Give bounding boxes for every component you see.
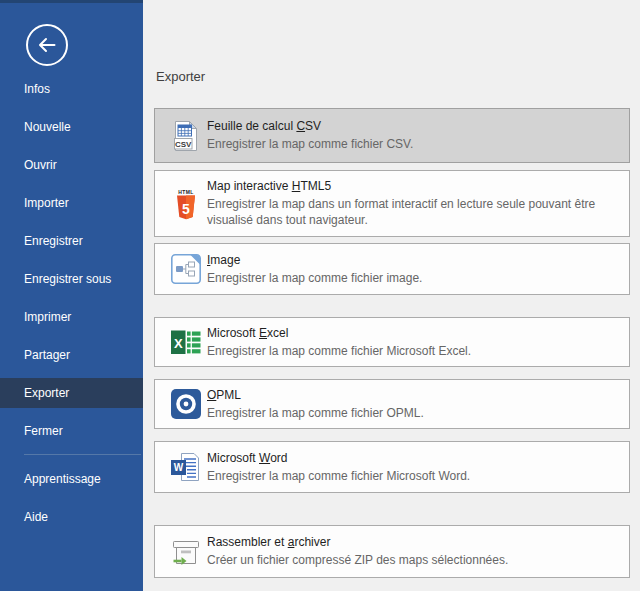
csv-spreadsheet-icon: CSV [170, 120, 204, 152]
sidebar-item-ouvrir[interactable]: Ouvrir [0, 150, 143, 180]
svg-text:CSV: CSV [175, 139, 192, 148]
sidebar-item-apprentissage[interactable]: Apprentissage [0, 464, 143, 494]
svg-text:W: W [174, 462, 184, 473]
html5-icon: HTML 5 [170, 188, 204, 220]
option-text: Map interactive HTML5 Enregistrer la map… [207, 179, 617, 228]
option-description: Enregistrer la map comme fichier image. [207, 270, 422, 286]
option-title: Microsoft Word [207, 451, 470, 466]
option-description: Enregistrer la map comme fichier Microso… [207, 343, 471, 359]
option-text: Microsoft Excel Enregistrer la map comme… [207, 326, 471, 359]
option-text: Rassembler et archiver Créer un fichier … [207, 535, 508, 568]
export-option-archive[interactable]: Rassembler et archiver Créer un fichier … [154, 525, 630, 578]
sidebar-item-exporter[interactable]: Exporter [0, 378, 143, 408]
export-option-excel[interactable]: X Microsoft Excel Enregistrer la map com… [154, 317, 630, 367]
sidebar-item-enregistrer-sous[interactable]: Enregistrer sous [0, 264, 143, 294]
option-text: OPML Enregistrer la map comme fichier OP… [207, 388, 424, 421]
option-text: Microsoft Word Enregistrer la map comme … [207, 451, 470, 484]
sidebar-item-nouvelle[interactable]: Nouvelle [0, 112, 143, 142]
excel-icon: X [170, 326, 204, 358]
option-title: Feuille de calcul CSV [207, 119, 413, 134]
option-title: Rassembler et archiver [207, 535, 508, 550]
sidebar-divider [24, 454, 141, 455]
option-description: Enregistrer la map comme fichier OPML. [207, 405, 424, 421]
export-option-opml[interactable]: OPML Enregistrer la map comme fichier OP… [154, 379, 630, 429]
svg-text:HTML: HTML [178, 188, 193, 194]
export-option-html5[interactable]: HTML 5 Map interactive HTML5 Enregistrer… [154, 170, 630, 237]
back-arrow-icon [25, 53, 69, 70]
option-description: Créer un fichier compressé ZIP des maps … [207, 552, 508, 568]
export-option-csv[interactable]: CSV Feuille de calcul CSV Enregistrer la… [154, 108, 630, 163]
export-option-word[interactable]: W Microsoft Word Enregistrer la map comm… [154, 441, 630, 493]
option-title: OPML [207, 388, 424, 403]
export-option-image[interactable]: Image Enregistrer la map comme fichier i… [154, 243, 630, 295]
option-text: Image Enregistrer la map comme fichier i… [207, 253, 422, 286]
option-title: Image [207, 253, 422, 268]
sidebar-item-aide[interactable]: Aide [0, 502, 143, 532]
backstage-view: Infos Nouvelle Ouvrir Importer Enregistr… [0, 0, 640, 591]
sidebar-item-enregistrer[interactable]: Enregistrer [0, 226, 143, 256]
sidebar-nav: Infos Nouvelle Ouvrir Importer Enregistr… [0, 74, 143, 540]
export-panel: Exporter CSV Feuille de calcul CSV Enreg… [143, 0, 640, 591]
option-title: Map interactive HTML5 [207, 179, 617, 194]
back-button[interactable] [25, 23, 69, 67]
sidebar-item-infos[interactable]: Infos [0, 74, 143, 104]
option-title: Microsoft Excel [207, 326, 471, 341]
opml-icon [170, 388, 204, 420]
sidebar-item-partager[interactable]: Partager [0, 340, 143, 370]
svg-text:X: X [174, 336, 183, 351]
collect-archive-icon [170, 536, 204, 568]
svg-text:5: 5 [182, 201, 190, 217]
image-export-icon [170, 253, 204, 285]
option-text: Feuille de calcul CSV Enregistrer la map… [207, 119, 413, 152]
page-title: Exporter [156, 69, 205, 84]
option-description: Enregistrer la map comme fichier Microso… [207, 468, 470, 484]
option-description: Enregistrer la map comme fichier CSV. [207, 136, 413, 152]
word-icon: W [170, 451, 204, 483]
option-description: Enregistrer la map dans un format intera… [207, 196, 617, 228]
sidebar-item-importer[interactable]: Importer [0, 188, 143, 218]
sidebar: Infos Nouvelle Ouvrir Importer Enregistr… [0, 0, 143, 591]
sidebar-item-imprimer[interactable]: Imprimer [0, 302, 143, 332]
sidebar-item-fermer[interactable]: Fermer [0, 416, 143, 446]
